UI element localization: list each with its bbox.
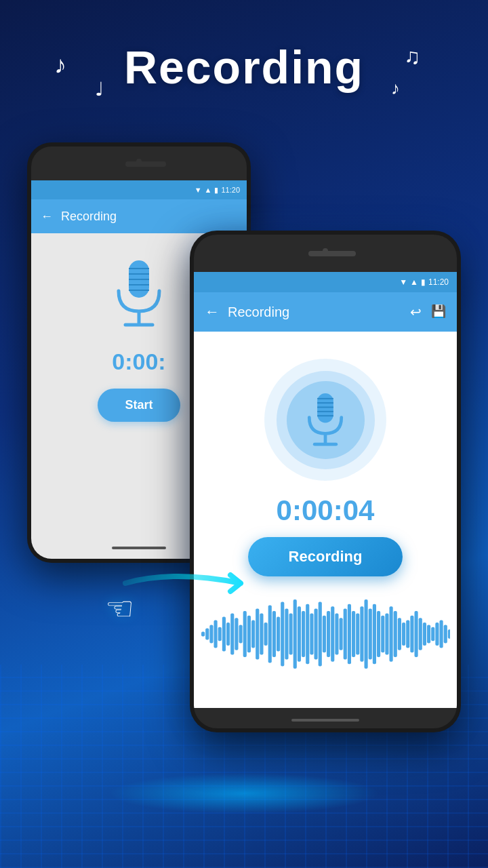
svg-rect-60: [385, 613, 388, 654]
front-microphone-icon: [298, 388, 352, 452]
svg-rect-72: [435, 623, 439, 646]
music-note-4: ♪: [391, 78, 400, 99]
front-undo-icon[interactable]: ↩: [410, 304, 422, 320]
svg-rect-66: [410, 616, 413, 652]
svg-rect-64: [402, 623, 405, 646]
svg-rect-52: [352, 611, 355, 657]
svg-rect-35: [281, 601, 284, 666]
recording-button[interactable]: Recording: [248, 537, 403, 576]
svg-rect-70: [427, 625, 430, 643]
front-status-icons: ▼ ▲ ▮ 11:20: [399, 277, 449, 287]
front-battery-icon: ▮: [421, 277, 426, 287]
svg-rect-73: [440, 620, 443, 648]
front-wifi-icon: ▼: [399, 277, 407, 287]
svg-rect-54: [360, 606, 363, 662]
svg-rect-47: [331, 606, 334, 662]
svg-rect-18: [209, 625, 213, 643]
front-content: 0:00:04 Recording: [194, 332, 457, 678]
svg-rect-69: [423, 623, 426, 646]
back-battery-icon: ▮: [214, 186, 218, 195]
svg-rect-68: [419, 618, 422, 650]
svg-rect-27: [247, 616, 251, 652]
back-timer: 0:00:: [112, 349, 165, 375]
start-button-label: Start: [125, 398, 152, 412]
music-note-3: ♫: [404, 44, 420, 69]
front-screen: ▼ ▲ ▮ 11:20 ← Recording ↩ 💾: [194, 272, 457, 708]
front-app-bar: ← Recording ↩ 💾: [194, 292, 457, 332]
svg-rect-24: [235, 618, 238, 650]
svg-rect-49: [340, 618, 343, 650]
svg-rect-36: [285, 609, 288, 660]
back-status-icons: ▼ ▲ ▮ 11:20: [195, 186, 240, 195]
arrow-indicator: [119, 563, 268, 604]
svg-rect-43: [314, 609, 318, 660]
svg-rect-21: [222, 617, 226, 652]
start-button[interactable]: Start: [98, 389, 180, 422]
svg-rect-45: [323, 616, 326, 652]
svg-rect-57: [373, 604, 376, 664]
svg-rect-34: [277, 617, 280, 652]
back-app-bar: ← Recording: [31, 199, 247, 233]
svg-rect-44: [319, 601, 322, 666]
svg-rect-51: [348, 604, 351, 664]
back-status-bar: ▼ ▲ ▮ 11:20: [31, 180, 247, 199]
svg-rect-55: [365, 599, 368, 669]
mic-circle-inner: [287, 381, 365, 459]
svg-rect-65: [406, 620, 409, 648]
svg-rect-46: [327, 611, 330, 657]
svg-rect-38: [293, 599, 297, 669]
svg-rect-39: [298, 606, 301, 662]
svg-rect-56: [369, 609, 372, 660]
front-save-icon[interactable]: 💾: [431, 304, 446, 320]
svg-rect-25: [239, 625, 243, 643]
svg-rect-31: [264, 623, 268, 646]
svg-rect-19: [214, 620, 218, 648]
front-home-bar: [291, 719, 359, 722]
svg-rect-29: [256, 609, 259, 660]
front-speaker: [308, 251, 356, 256]
front-back-arrow[interactable]: ←: [205, 303, 220, 321]
svg-rect-32: [268, 606, 272, 663]
bottom-glow: [108, 773, 380, 814]
svg-rect-61: [390, 606, 393, 662]
waveform-svg: [201, 593, 450, 675]
front-time: 11:20: [428, 277, 449, 287]
svg-rect-37: [289, 613, 293, 654]
front-status-bar: ▼ ▲ ▮ 11:20: [194, 272, 457, 292]
back-home-bar: [112, 547, 166, 549]
svg-rect-23: [230, 613, 234, 654]
svg-rect-59: [381, 616, 384, 652]
svg-rect-67: [415, 611, 418, 657]
svg-rect-48: [335, 613, 338, 654]
back-speaker: [125, 161, 166, 167]
svg-rect-58: [377, 611, 380, 657]
svg-rect-42: [310, 613, 313, 654]
front-app-title: Recording: [228, 304, 402, 320]
back-wifi-icon: ▼: [195, 186, 202, 194]
title-area: ♪ ♩ Recording ♫ ♪: [0, 41, 488, 94]
svg-rect-30: [260, 613, 263, 654]
back-back-arrow[interactable]: ←: [41, 210, 53, 224]
svg-rect-16: [201, 632, 205, 637]
front-app-actions: ↩ 💾: [410, 304, 446, 320]
svg-rect-53: [356, 613, 359, 654]
svg-rect-20: [218, 627, 222, 641]
svg-rect-33: [272, 611, 276, 657]
svg-rect-28: [251, 620, 255, 648]
svg-rect-74: [444, 625, 447, 643]
front-signal-icon: ▲: [410, 277, 418, 287]
svg-rect-50: [344, 609, 347, 660]
back-app-title: Recording: [61, 210, 117, 224]
svg-rect-22: [226, 623, 230, 646]
svg-rect-17: [205, 629, 209, 640]
svg-rect-71: [431, 627, 434, 641]
mic-circles-container: [264, 359, 386, 481]
svg-rect-8: [317, 393, 333, 422]
svg-rect-63: [398, 618, 401, 650]
svg-rect-41: [306, 604, 309, 664]
music-note-2: ♩: [95, 78, 104, 100]
svg-rect-75: [448, 629, 450, 639]
front-timer: 0:00:04: [277, 494, 375, 527]
recording-button-label: Recording: [289, 548, 363, 565]
back-signal-icon: ▲: [205, 186, 212, 194]
